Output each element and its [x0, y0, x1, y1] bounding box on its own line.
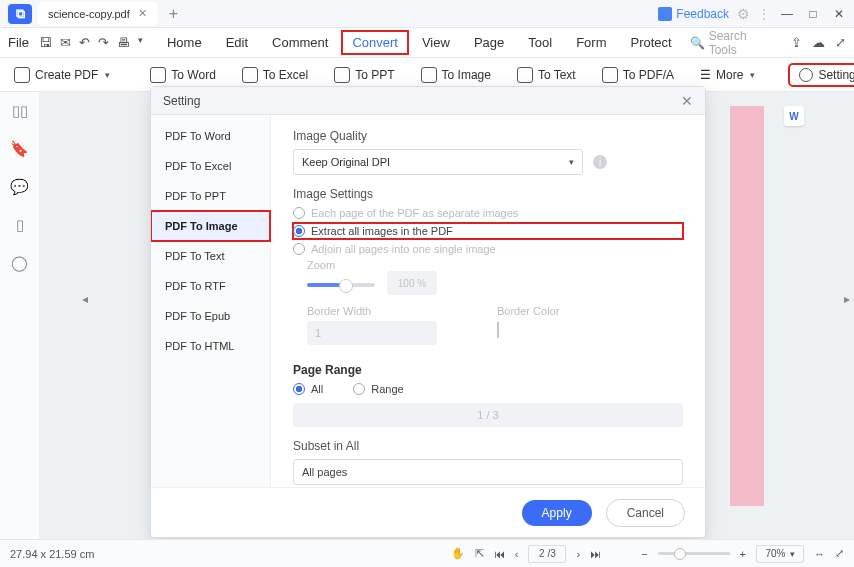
dialog-title: Setting: [163, 94, 200, 108]
to-image-button[interactable]: To Image: [415, 63, 497, 87]
save-icon[interactable]: 🖫: [39, 35, 52, 50]
cancel-button[interactable]: Cancel: [606, 499, 685, 527]
last-page-icon[interactable]: ⏭: [590, 548, 601, 560]
first-page-icon[interactable]: ⏮: [494, 548, 505, 560]
menu-view[interactable]: View: [412, 31, 460, 54]
image-quality-select[interactable]: Keep Original DPI ▾: [293, 149, 583, 175]
collapse-right-icon[interactable]: ▸: [844, 292, 850, 306]
settings-gear-icon[interactable]: ⚙: [737, 6, 750, 22]
to-pdfa-button[interactable]: To PDF/A: [596, 63, 680, 87]
page-dimensions: 27.94 x 21.59 cm: [10, 548, 451, 560]
nav-pdf-to-epub[interactable]: PDF To Epub: [151, 301, 270, 331]
ppt-icon: [334, 67, 350, 83]
chevron-down-icon: ▾: [750, 70, 755, 80]
to-excel-button[interactable]: To Excel: [236, 63, 314, 87]
fit-width-icon[interactable]: ↔: [814, 548, 825, 560]
word-badge-icon: W: [784, 106, 804, 126]
close-window-button[interactable]: ✕: [830, 5, 848, 23]
new-tab-button[interactable]: +: [161, 5, 186, 23]
nav-pdf-to-html[interactable]: PDF To HTML: [151, 331, 270, 361]
border-color-swatch[interactable]: [497, 322, 499, 338]
comment-icon[interactable]: 💬: [10, 178, 29, 196]
quick-actions: 🖫 ✉ ↶ ↷ 🖶 ▾: [39, 35, 143, 50]
image-quality-label: Image Quality: [293, 129, 683, 143]
zoom-in-icon[interactable]: +: [740, 548, 746, 560]
titlebar: ⧉ science-copy.pdf ✕ + Feedback ⚙ ⋮ — □ …: [0, 0, 854, 28]
close-tab-icon[interactable]: ✕: [138, 7, 147, 20]
menu-comment[interactable]: Comment: [262, 31, 338, 54]
settings-button[interactable]: Settings: [789, 64, 854, 86]
feedback-button[interactable]: Feedback: [658, 7, 729, 21]
mail-icon[interactable]: ✉: [60, 35, 71, 50]
expand-icon[interactable]: ⤢: [835, 35, 846, 50]
menu-convert[interactable]: Convert: [342, 31, 408, 54]
zoom-slider[interactable]: [658, 552, 730, 555]
menu-tool[interactable]: Tool: [518, 31, 562, 54]
left-sidebar: ▯▯ 🔖 💬 ▯ ◯: [0, 92, 40, 539]
menu-edit[interactable]: Edit: [216, 31, 258, 54]
more-button[interactable]: ☰More▾: [694, 64, 761, 86]
page-range-all[interactable]: All: [293, 383, 323, 395]
radio-icon: [293, 243, 305, 255]
search-tools[interactable]: 🔍 Search Tools: [690, 29, 777, 57]
undo-icon[interactable]: ↶: [79, 35, 90, 50]
next-page-icon[interactable]: ›: [576, 548, 580, 560]
minimize-button[interactable]: —: [778, 5, 796, 23]
page-range-input[interactable]: 1 / 3: [293, 403, 683, 427]
menu-protect[interactable]: Protect: [620, 31, 681, 54]
zoom-slider[interactable]: [307, 283, 375, 287]
nav-pdf-to-text[interactable]: PDF To Text: [151, 241, 270, 271]
to-ppt-button[interactable]: To PPT: [328, 63, 400, 87]
nav-pdf-to-excel[interactable]: PDF To Excel: [151, 151, 270, 181]
chevron-down-icon: ▾: [105, 70, 110, 80]
subset-select[interactable]: All pages: [293, 459, 683, 485]
to-word-button[interactable]: To Word: [144, 63, 221, 87]
create-pdf-button[interactable]: Create PDF▾: [8, 63, 116, 87]
thumbnails-icon[interactable]: ▯▯: [12, 102, 28, 120]
apply-button[interactable]: Apply: [522, 500, 592, 526]
text-icon: [517, 67, 533, 83]
menu-page[interactable]: Page: [464, 31, 514, 54]
dialog-footer: Apply Cancel: [151, 487, 705, 537]
fit-page-icon[interactable]: ⤢: [835, 547, 844, 560]
more-icon: ☰: [700, 68, 711, 82]
zoom-level[interactable]: 70%▾: [756, 545, 804, 563]
cloud-icon[interactable]: ☁: [812, 35, 825, 50]
search-panel-icon[interactable]: ◯: [11, 254, 28, 272]
info-icon[interactable]: i: [593, 155, 607, 169]
border-width-input[interactable]: 1: [307, 321, 437, 345]
select-tool-icon[interactable]: ⇱: [475, 547, 484, 560]
opt-each-page[interactable]: Each page of the PDF as separate images: [293, 207, 683, 219]
zoom-out-icon[interactable]: −: [641, 548, 647, 560]
share-icon[interactable]: ⇪: [791, 35, 802, 50]
nav-pdf-to-ppt[interactable]: PDF To PPT: [151, 181, 270, 211]
nav-pdf-to-rtf[interactable]: PDF To RTF: [151, 271, 270, 301]
redo-icon[interactable]: ↷: [98, 35, 109, 50]
page-preview: [730, 106, 764, 506]
setting-content: Image Quality Keep Original DPI ▾ i Imag…: [271, 115, 705, 487]
print-dropdown-icon[interactable]: ▾: [138, 35, 143, 50]
document-tab[interactable]: science-copy.pdf ✕: [38, 2, 157, 26]
menu-home[interactable]: Home: [157, 31, 212, 54]
nav-pdf-to-image[interactable]: PDF To Image: [151, 211, 270, 241]
attachment-icon[interactable]: ▯: [16, 216, 24, 234]
opt-adjoin[interactable]: Adjoin all pages into one single image: [293, 243, 683, 255]
tab-title: science-copy.pdf: [48, 8, 130, 20]
page-indicator[interactable]: 2 /3: [528, 545, 566, 563]
page-range-range[interactable]: Range: [353, 383, 403, 395]
collapse-left-icon[interactable]: ◂: [82, 292, 88, 306]
radio-checked-icon: [293, 383, 305, 395]
print-icon[interactable]: 🖶: [117, 35, 130, 50]
prev-page-icon[interactable]: ‹: [515, 548, 519, 560]
maximize-button[interactable]: □: [804, 5, 822, 23]
nav-pdf-to-word[interactable]: PDF To Word: [151, 121, 270, 151]
menu-form[interactable]: Form: [566, 31, 616, 54]
menu-file[interactable]: File: [8, 35, 29, 50]
kebab-icon[interactable]: ⋮: [758, 7, 770, 21]
dialog-close-button[interactable]: ✕: [681, 93, 693, 109]
hand-tool-icon[interactable]: ✋: [451, 547, 465, 560]
to-text-button[interactable]: To Text: [511, 63, 582, 87]
opt-extract-all[interactable]: Extract all images in the PDF: [293, 223, 683, 239]
setting-nav: PDF To Word PDF To Excel PDF To PPT PDF …: [151, 115, 271, 487]
bookmark-icon[interactable]: 🔖: [10, 140, 29, 158]
